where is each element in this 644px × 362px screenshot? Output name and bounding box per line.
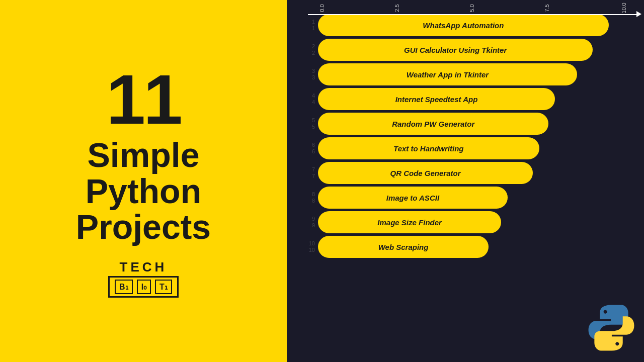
- logo-cell-t: T₁: [155, 280, 172, 294]
- brand-logo: TECH B₁ I₀ T₁: [108, 259, 179, 298]
- bar-container-4: Internet Speedtest App: [318, 88, 634, 110]
- x-label-50: 5.0: [469, 4, 475, 12]
- bar-container-10: Web Scraping: [318, 236, 634, 258]
- bar-container-8: Image to ASCII: [318, 187, 634, 209]
- bar-container-7: QR Code Generator: [318, 162, 634, 184]
- logo-cell-b: B₁: [115, 280, 133, 294]
- subtitle: Simple Python Projects: [76, 137, 211, 245]
- bar-label-1: WhatsApp Automation: [415, 21, 511, 30]
- row-rank-4: 44: [297, 93, 315, 106]
- bar-2: GUI Calculator Using Tkinter: [318, 39, 593, 61]
- bar-4: Internet Speedtest App: [318, 88, 555, 110]
- bar-10: Web Scraping: [318, 236, 489, 258]
- bar-container-3: Weather App in Tkinter: [318, 63, 634, 85]
- chart-row-10: 1010 Web Scraping: [297, 236, 634, 258]
- bar-label-8: Image to ASCII: [379, 194, 447, 202]
- bar-9: Image Size Finder: [318, 211, 501, 233]
- bar-3: Weather App in Tkinter: [318, 63, 577, 85]
- left-panel: 11 Simple Python Projects TECH B₁ I₀ T₁: [0, 0, 287, 362]
- x-label-75: 7.5: [544, 4, 550, 12]
- bar-5: Random PW Generator: [318, 113, 548, 135]
- bar-label-7: QR Code Generator: [383, 169, 468, 177]
- row-rank-6: 66: [297, 142, 315, 155]
- x-axis-arrow: [636, 11, 641, 17]
- logo-tech-text: TECH: [120, 259, 168, 275]
- bar-label-4: Internet Speedtest App: [388, 95, 486, 104]
- logo-cell-i: I₀: [137, 280, 151, 294]
- bar-label-2: GUI Calculator Using Tkinter: [396, 46, 514, 54]
- bar-label-9: Image Size Finder: [370, 218, 449, 227]
- chart-row-1: 11 WhatsApp Automation: [297, 14, 634, 36]
- bar-label-5: Random PW Generator: [384, 120, 482, 128]
- chart-rows: 11 WhatsApp Automation 22 GUI Calculator…: [297, 14, 634, 357]
- bar-7: QR Code Generator: [318, 162, 533, 184]
- chart-row-2: 22 GUI Calculator Using Tkinter: [297, 39, 634, 61]
- bar-container-5: Random PW Generator: [318, 113, 634, 135]
- bar-label-10: Web Scraping: [371, 243, 436, 251]
- chart-row-7: 77 QR Code Generator: [297, 162, 634, 184]
- bar-container-9: Image Size Finder: [318, 211, 634, 233]
- chart-row-5: 55 Random PW Generator: [297, 113, 634, 135]
- row-rank-9: 99: [297, 216, 315, 229]
- chart-row-3: 33 Weather App in Tkinter: [297, 63, 634, 85]
- bar-label-3: Weather App in Tkinter: [399, 70, 496, 79]
- python-logo: [586, 303, 636, 353]
- chart-row-9: 99 Image Size Finder: [297, 211, 634, 233]
- row-rank-7: 77: [297, 166, 315, 179]
- x-label-25: 2.5: [394, 4, 400, 12]
- bar-container-1: WhatsApp Automation: [318, 14, 634, 36]
- logo-box: B₁ I₀ T₁: [108, 276, 179, 298]
- row-rank-8: 88: [297, 191, 315, 204]
- bar-label-6: Text to Handwriting: [386, 144, 471, 153]
- x-axis-line: [308, 14, 640, 15]
- chart-row-8: 88 Image to ASCII: [297, 187, 634, 209]
- row-rank-5: 55: [297, 117, 315, 130]
- chart-row-6: 66 Text to Handwriting: [297, 137, 634, 159]
- row-rank-10: 1010: [297, 240, 315, 253]
- row-rank-2: 22: [297, 43, 315, 56]
- main-number: 11: [106, 64, 181, 135]
- right-panel: 0.0 2.5 5.0 7.5 10.0 11 WhatsApp Automat…: [287, 0, 644, 362]
- bar-8: Image to ASCII: [318, 187, 508, 209]
- bar-container-2: GUI Calculator Using Tkinter: [318, 39, 634, 61]
- x-label-100: 10.0: [620, 3, 626, 13]
- chart-row-4: 44 Internet Speedtest App: [297, 88, 634, 110]
- x-axis-labels: 0.0 2.5 5.0 7.5 10.0: [297, 5, 634, 11]
- bar-container-6: Text to Handwriting: [318, 137, 634, 159]
- bar-1: WhatsApp Automation: [318, 14, 609, 36]
- bar-6: Text to Handwriting: [318, 137, 539, 159]
- row-rank-3: 33: [297, 68, 315, 81]
- row-rank-1: 11: [297, 19, 315, 32]
- x-label-0: 0.0: [319, 4, 325, 12]
